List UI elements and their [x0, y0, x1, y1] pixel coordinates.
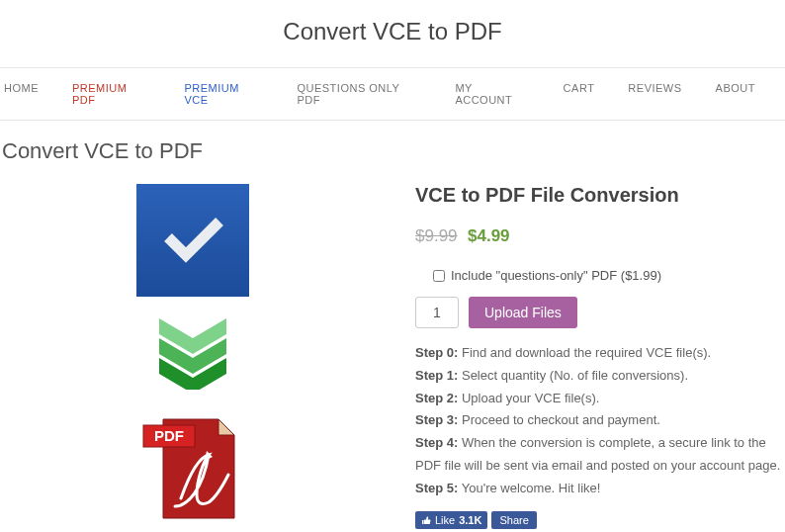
step-row: Step 1: Select quantity (No. of file con…	[415, 365, 785, 388]
quantity-input[interactable]	[415, 297, 459, 328]
step-label: Step 4:	[415, 435, 458, 450]
step-text: Proceed to checkout and payment.	[458, 412, 660, 427]
thumbs-up-icon	[421, 515, 431, 525]
nav-my-account[interactable]: MY ACCOUNT	[451, 68, 545, 120]
svg-marker-4	[218, 419, 234, 435]
step-row: Step 2: Upload your VCE file(s).	[415, 388, 785, 410]
svg-text:PDF: PDF	[154, 427, 184, 444]
questions-only-checkbox[interactable]	[433, 270, 445, 282]
step-row: Step 0: Find and download the required V…	[415, 342, 785, 365]
nav-about[interactable]: ABOUT	[712, 68, 771, 120]
upload-files-button[interactable]: Upload Files	[469, 297, 577, 328]
page-title: Convert VCE to PDF	[0, 121, 785, 174]
fb-like-count: 3.1K	[459, 514, 481, 526]
step-label: Step 0:	[415, 345, 458, 360]
step-text: Find and download the required VCE file(…	[458, 345, 711, 360]
step-label: Step 5:	[415, 481, 458, 495]
option-questions-only[interactable]: Include "questions-only" PDF ($1.99)	[415, 268, 785, 283]
fb-buttons: Like 3.1K Share	[415, 511, 785, 529]
new-price: $4.99	[468, 226, 510, 245]
fb-like-label: Like	[435, 514, 455, 526]
step-text: You're welcome. Hit like!	[458, 481, 600, 495]
step-row: Step 4: When the conversion is complete,…	[415, 432, 785, 478]
step-label: Step 1:	[415, 368, 458, 383]
fb-like-button[interactable]: Like 3.1K	[415, 511, 487, 529]
nav-cart[interactable]: CART	[560, 68, 611, 120]
price: $9.99 $4.99	[415, 226, 785, 246]
buy-row: Upload Files	[415, 297, 785, 328]
vce-icon	[136, 184, 249, 297]
product-title: VCE to PDF File Conversion	[415, 184, 785, 207]
down-chevrons-icon	[153, 318, 232, 390]
step-row: Step 3: Proceed to checkout and payment.	[415, 409, 785, 432]
step-row: Step 5: You're welcome. Hit like!	[415, 478, 785, 500]
nav-questions-only-pdf[interactable]: QUESTIONS ONLY PDF	[293, 68, 437, 120]
step-text: When the conversion is complete, a secur…	[415, 435, 780, 473]
product-images: PDF	[0, 174, 386, 529]
site-title: Convert VCE to PDF	[0, 0, 785, 67]
nav-premium-pdf[interactable]: PREMIUM PDF	[68, 68, 166, 120]
step-label: Step 2:	[415, 391, 458, 405]
steps-list: Step 0: Find and download the required V…	[415, 342, 785, 499]
content: PDF VCE to PDF File Conversion $9.99 $4.…	[0, 174, 785, 532]
nav-premium-vce[interactable]: PREMIUM VCE	[180, 68, 279, 120]
step-label: Step 3:	[415, 412, 458, 427]
pdf-icon: PDF	[139, 411, 246, 526]
nav-home[interactable]: HOME	[0, 68, 54, 120]
option-label: Include "questions-only" PDF ($1.99)	[451, 268, 661, 283]
product-details: VCE to PDF File Conversion $9.99 $4.99 I…	[415, 174, 785, 529]
main-nav: HOMEPREMIUM PDFPREMIUM VCEQUESTIONS ONLY…	[0, 67, 785, 121]
step-text: Select quantity (No. of file conversions…	[458, 368, 688, 383]
nav-reviews[interactable]: REVIEWS	[624, 68, 697, 120]
fb-share-button[interactable]: Share	[491, 511, 536, 529]
old-price: $9.99	[415, 226, 458, 245]
step-text: Upload your VCE file(s).	[458, 391, 599, 405]
